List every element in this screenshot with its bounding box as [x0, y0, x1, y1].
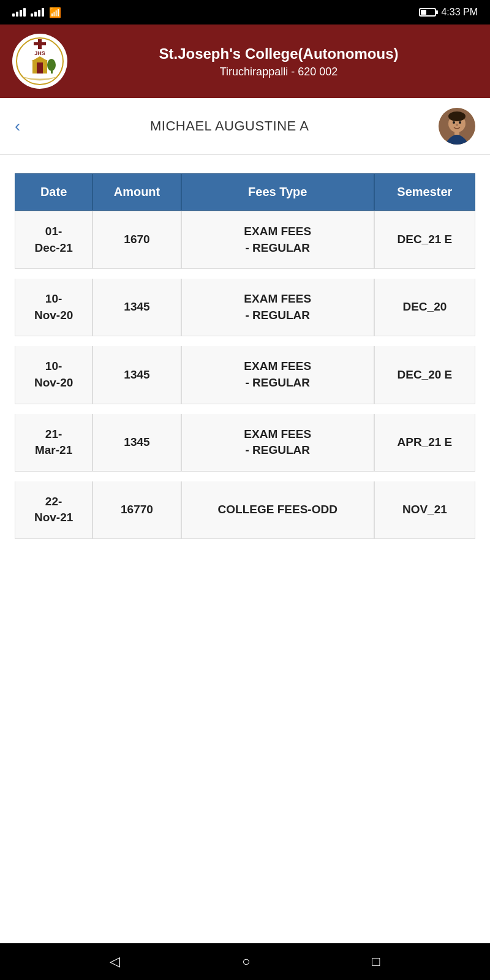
cell-amount: 16770 [92, 481, 181, 539]
cell-amount: 1670 [92, 211, 181, 269]
svg-point-12 [453, 121, 455, 124]
table-spacer [15, 404, 475, 414]
col-date: Date [15, 173, 92, 211]
college-location: Tiruchirappalli - 620 002 [80, 66, 478, 78]
table-spacer [15, 269, 475, 279]
table-row: 21-Mar-21 1345 EXAM FEES- REGULAR APR_21… [15, 414, 475, 472]
cell-semester: NOV_21 [374, 481, 475, 539]
nav-back-button[interactable]: ◁ [110, 954, 120, 970]
avatar [439, 108, 475, 145]
cell-date: 22-Nov-21 [15, 481, 92, 539]
nav-recent-button[interactable]: □ [372, 954, 380, 970]
table-spacer [15, 336, 475, 346]
cell-fees-type: EXAM FEES- REGULAR [181, 211, 374, 269]
fees-table: Date Amount Fees Type Semester 01-Dec-21… [15, 173, 475, 539]
bottom-nav: ◁ ○ □ [0, 943, 490, 980]
cell-amount: 1345 [92, 279, 181, 336]
cell-date: 01-Dec-21 [15, 211, 92, 269]
college-name: St.Joseph's College(Autonomous) [80, 44, 478, 63]
cell-fees-type: EXAM FEES- REGULAR [181, 346, 374, 404]
wifi-icon: 📶 [49, 7, 61, 18]
table-row: 01-Dec-21 1670 EXAM FEES- REGULAR DEC_21… [15, 211, 475, 269]
user-name: MICHAEL AUGUSTINE A [150, 118, 309, 134]
svg-rect-15 [454, 131, 459, 135]
col-fees-type: Fees Type [181, 173, 374, 211]
avatar-image [439, 108, 475, 145]
cell-date: 10-Nov-20 [15, 346, 92, 404]
nav-home-button[interactable]: ○ [242, 954, 250, 970]
college-header: JHS St.Joseph's College(Autonomous) Tiru… [0, 24, 490, 98]
table-container: Date Amount Fees Type Semester 01-Dec-21… [0, 155, 490, 943]
cell-fees-type: COLLEGE FEES-ODD [181, 481, 374, 539]
status-bar: 📶 4:33 PM [0, 0, 490, 24]
status-right: 4:33 PM [419, 7, 478, 18]
cell-amount: 1345 [92, 414, 181, 472]
user-bar: ‹ MICHAEL AUGUSTINE A [0, 98, 490, 155]
svg-rect-2 [34, 42, 46, 45]
table-row: 10-Nov-20 1345 EXAM FEES- REGULAR DEC_20 [15, 279, 475, 336]
status-left: 📶 [12, 7, 61, 18]
table-row: 10-Nov-20 1345 EXAM FEES- REGULAR DEC_20… [15, 346, 475, 404]
cell-semester: DEC_20 [374, 279, 475, 336]
logo-emblem-svg: JHS [15, 37, 64, 86]
signal-bar-1 [12, 8, 26, 17]
cell-date: 21-Mar-21 [15, 414, 92, 472]
table-row: 22-Nov-21 16770 COLLEGE FEES-ODD NOV_21 [15, 481, 475, 539]
status-time: 4:33 PM [441, 7, 478, 18]
col-semester: Semester [374, 173, 475, 211]
cell-amount: 1345 [92, 346, 181, 404]
table-header-row: Date Amount Fees Type Semester [15, 173, 475, 211]
cell-fees-type: EXAM FEES- REGULAR [181, 414, 374, 472]
cell-semester: APR_21 E [374, 414, 475, 472]
table-spacer [15, 472, 475, 481]
college-logo: JHS [12, 34, 67, 89]
svg-point-8 [47, 59, 56, 71]
cell-date: 10-Nov-20 [15, 279, 92, 336]
svg-point-14 [456, 124, 458, 126]
svg-point-13 [459, 121, 461, 124]
cell-fees-type: EXAM FEES- REGULAR [181, 279, 374, 336]
svg-text:JHS: JHS [34, 50, 45, 56]
cell-semester: DEC_21 E [374, 211, 475, 269]
svg-point-11 [448, 111, 466, 121]
svg-rect-5 [37, 62, 43, 74]
back-button[interactable]: ‹ [15, 116, 20, 136]
col-amount: Amount [92, 173, 181, 211]
signal-bar-2 [31, 8, 44, 17]
cell-semester: DEC_20 E [374, 346, 475, 404]
header-text: St.Joseph's College(Autonomous) Tiruchir… [80, 44, 478, 78]
battery-icon [419, 8, 436, 17]
